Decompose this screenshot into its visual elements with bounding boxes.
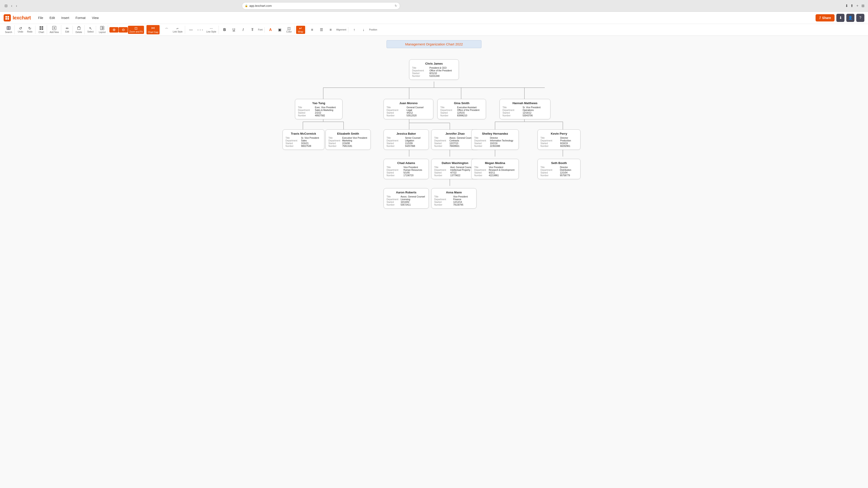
node-hannah-matthews[interactable]: Hannah Matthews Title Sr. Vice President… [500,99,550,119]
line-style-btn3[interactable]: ··· Line Style [205,26,218,34]
italic-btn[interactable]: I [239,27,248,33]
align-right-btn[interactable]: ≡ [326,27,335,33]
menu-format[interactable]: Format [73,15,88,21]
elizabeth-smith-fields: Title Executive Vice President Departmen… [329,137,368,147]
fit-btn[interactable]: ⊡ Zoom and Fit [128,26,144,34]
forward-btn[interactable]: › [15,3,18,9]
share-page-btn[interactable]: ⬆ [850,4,853,8]
address-bar[interactable]: 🔒 app.lexchart.com ↻ [242,2,400,9]
lock-icon: 🔒 [245,4,248,7]
italic-icon: I [243,28,243,32]
sidebar-toggle-btn[interactable]: ⊟ [4,3,8,9]
menu-insert[interactable]: Insert [59,15,72,21]
search-toolbar-btn[interactable]: Search [4,25,13,34]
link-style-btn1[interactable]: ⌒ [162,27,171,33]
zoom-in-btn[interactable]: ⊕ [110,27,119,33]
redo-btn[interactable]: ↻ Redo [25,26,34,34]
fit-icon: ⊡ [134,27,137,30]
border-color-btn[interactable]: ◫ Color [285,26,293,34]
bold-icon: B [223,28,226,32]
node-jessica-baker[interactable]: Jessica Baker Title Senior Counsel Depar… [383,129,429,150]
node-chad-adams[interactable]: Chad Adams Title Vice President Departme… [383,159,429,179]
svg-rect-0 [5,16,7,18]
browser-actions: ⬇ ⬆ ＋ ⊞ [845,3,864,8]
search-icon [6,26,11,31]
svg-rect-5 [7,27,8,28]
node-shelley-hernandez[interactable]: Shelley Hernandez Title Director Departm… [471,129,519,150]
line-style-btn1[interactable]: — [186,27,195,33]
strikethrough-btn[interactable]: T [248,27,257,33]
wrap-icon: ↵ [299,27,302,30]
node-elizabeth-smith[interactable]: Elizabeth Smith Title Executive Vice Pre… [326,129,371,150]
back-btn[interactable]: ‹ [10,3,13,9]
user-button[interactable]: 👤 [846,14,855,22]
bg-color-btn[interactable]: ▣ [275,27,284,33]
bold-btn[interactable]: B [220,27,229,33]
chad-adams-name: Chad Adams [386,161,426,165]
yao-tung-fields: Title Exec. Vice President Department Sa… [298,106,340,117]
align-left-btn[interactable]: ≡ [308,27,317,33]
svg-rect-3 [7,18,9,20]
zoom-out-btn[interactable]: ⊖ [119,27,128,33]
text-color-btn[interactable]: A [266,27,275,33]
node-juan-moreno[interactable]: Juan Moreno Title General Counsel Depart… [383,99,433,119]
redo-label: Redo [27,31,33,33]
menu-file[interactable]: File [35,15,46,21]
toolbar-group-chart: Chart [36,25,47,34]
chart-btn[interactable]: Chart [37,25,46,34]
jessica-baker-name: Jessica Baker [386,132,426,135]
link-style-btn2[interactable]: ⌐ Link Style [171,26,184,34]
menu-edit[interactable]: Edit [47,15,58,21]
line-style-label: Line Style [206,31,216,33]
bg-color-icon: ▣ [278,28,281,32]
select-btn[interactable]: ↖ Select [86,26,95,34]
node-gina-smith[interactable]: Gina Smith Title Executive Assistant Dep… [437,99,486,119]
share-button[interactable]: ⤴ Share [815,14,835,22]
help-button[interactable]: ? [856,14,864,22]
underline-btn[interactable]: U [229,27,239,33]
toolbar-group-position: ↑ ↓ Position [349,27,379,33]
node-megan-medina[interactable]: Megan Medina Title Vice President Depart… [471,159,519,179]
line-style-btn2[interactable]: - - - [196,27,205,33]
add-new-btn[interactable]: Add New [49,25,60,34]
node-kevin-perry[interactable]: Kevin Perry Title Director Department Pr… [537,129,581,150]
layout-btn[interactable]: Layout [97,25,107,34]
logo[interactable]: lexchart [4,14,31,22]
svg-rect-6 [9,27,10,28]
undo-btn[interactable]: ↺ Undo [16,26,25,34]
align-center-btn[interactable]: ☰ [317,27,326,33]
edit-btn[interactable]: ✏ Edit [63,26,72,34]
select-icon: ↖ [89,27,92,30]
chart-gap-btn[interactable]: Chart Gap [147,25,160,34]
node-seth-booth[interactable]: Seth Booth Title Director Department Dis… [537,159,581,179]
svg-rect-10 [41,26,43,28]
chart-label: Chart [38,31,44,33]
node-aaron-roberts[interactable]: Aaron Roberts Title Assoc. General Couns… [383,188,429,208]
position-down-btn[interactable]: ↓ [359,27,368,33]
dalton-washington-fields: Title Asst. General Counsel Department I… [434,166,476,177]
position-up-btn[interactable]: ↑ [350,27,359,33]
reload-icon[interactable]: ↻ [395,4,397,7]
toolbar-group-font: B U I T Font [219,27,265,33]
canvas-area[interactable]: Management Organization Chart 2022 [0,36,868,488]
toolbar: Search ↺ Undo ↻ Redo Chart Add New [0,24,868,36]
share-icon: ⤴ [819,16,821,20]
downloads-btn[interactable]: ⬇ [845,4,848,8]
svg-rect-7 [7,28,8,29]
wrap-btn[interactable]: ↵ Wrap [296,26,305,34]
node-chris-james[interactable]: Chris James Title President & CEO Depart… [409,59,459,80]
tab-grid-btn[interactable]: ⊞ [862,4,864,8]
node-yao-tung[interactable]: Yao Tung Title Exec. Vice President Depa… [295,99,342,119]
delete-btn[interactable]: Delete [74,25,84,34]
download-button[interactable]: ⬇ [836,14,844,22]
toolbar-group-add: Add New [48,25,61,34]
chart-gap-icon [151,26,155,31]
menu-view[interactable]: View [89,15,101,21]
node-anna-mann[interactable]: Anna Mann Title Vice President Departmen… [431,188,476,208]
megan-medina-fields: Title Vice President Department Research… [474,166,516,177]
svg-rect-8 [9,28,10,29]
zoom-label: Zoom and Fit [129,31,143,33]
node-travis-mccormick[interactable]: Travis McCormick Title Sr. Vice Presiden… [283,129,324,150]
new-tab-btn[interactable]: ＋ [856,3,859,8]
chart-icon [39,26,43,31]
